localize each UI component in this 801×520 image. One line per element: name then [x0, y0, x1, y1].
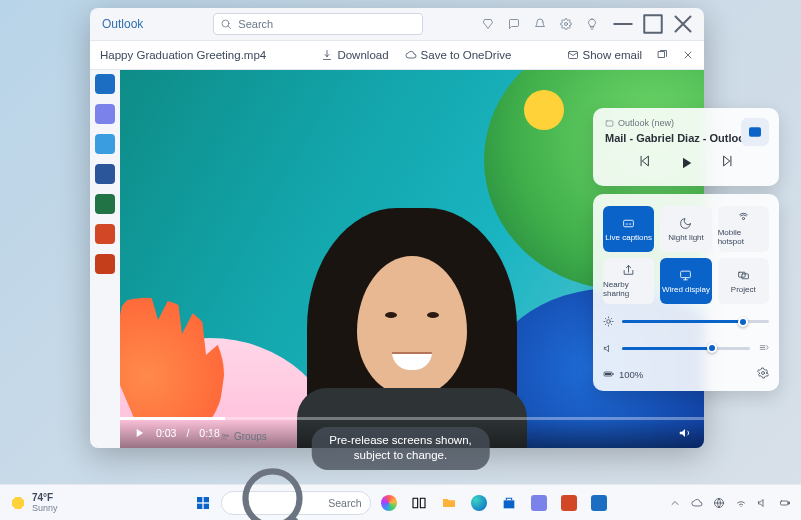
- taskbar-search[interactable]: Search: [221, 491, 371, 515]
- settings-button[interactable]: [757, 367, 769, 381]
- volume-tray-icon[interactable]: [757, 497, 769, 509]
- windows-icon: [195, 495, 211, 511]
- premium-icon[interactable]: [482, 18, 494, 30]
- captions-icon: [622, 217, 635, 230]
- taskbar-app1[interactable]: [527, 491, 551, 515]
- hotspot-icon: [737, 212, 750, 225]
- start-button[interactable]: [191, 491, 215, 515]
- svg-rect-28: [789, 502, 790, 504]
- outlook-titlebar: Outlook Search: [90, 8, 704, 40]
- video-current-time: 0:03: [156, 427, 176, 439]
- battery-percent: 100%: [619, 369, 643, 380]
- show-email-button[interactable]: Show email: [567, 49, 642, 61]
- video-subject: [307, 208, 517, 448]
- battery-tray-icon[interactable]: [779, 497, 791, 509]
- taskbar-copilot[interactable]: [377, 491, 401, 515]
- app-title: Outlook: [102, 17, 143, 31]
- taskbar-store[interactable]: [497, 491, 521, 515]
- maximize-button[interactable]: [638, 8, 668, 40]
- svg-rect-7: [606, 120, 613, 125]
- quick-settings-panel: Outlook (new) Mail - Gabriel Diaz - Outl…: [593, 108, 779, 391]
- volume-slider[interactable]: [603, 339, 769, 357]
- groups-section[interactable]: Groups: [206, 431, 267, 442]
- language-tray-icon[interactable]: [713, 497, 725, 509]
- taskbar-edge[interactable]: [467, 491, 491, 515]
- taskbar-taskview[interactable]: [407, 491, 431, 515]
- previous-track-button[interactable]: [637, 154, 651, 176]
- svg-point-6: [226, 434, 228, 436]
- taskbar-app2[interactable]: [557, 491, 581, 515]
- qa-night-light[interactable]: Night light: [660, 206, 711, 252]
- rail-powerpoint-icon[interactable]: [95, 224, 115, 244]
- audio-output-button[interactable]: [758, 339, 769, 357]
- battery-icon: [603, 368, 615, 380]
- search-icon: [220, 18, 232, 30]
- close-preview-icon[interactable]: [682, 49, 694, 61]
- rail-word-icon[interactable]: [95, 164, 115, 184]
- svg-point-14: [607, 320, 611, 324]
- save-onedrive-button[interactable]: Save to OneDrive: [405, 49, 512, 61]
- rail-people-icon[interactable]: [95, 134, 115, 154]
- svg-point-18: [762, 372, 765, 375]
- wifi-tray-icon[interactable]: [735, 497, 747, 509]
- qa-wired-display[interactable]: Wired display: [660, 258, 711, 304]
- attachment-preview-bar: Happy Graduation Greeting.mp4 Download S…: [90, 40, 704, 70]
- svg-rect-20: [203, 497, 208, 502]
- titlebar-actions: [482, 18, 598, 30]
- display-icon: [679, 269, 692, 282]
- qa-mobile-hotspot[interactable]: Mobile hotspot: [718, 206, 769, 252]
- attachment-filename: Happy Graduation Greeting.mp4: [100, 49, 266, 61]
- svg-rect-19: [197, 497, 202, 502]
- share-icon: [622, 264, 635, 277]
- bell-icon[interactable]: [534, 18, 546, 30]
- close-button[interactable]: [668, 8, 698, 40]
- chat-icon[interactable]: [508, 18, 520, 30]
- rail-more-icon[interactable]: [95, 254, 115, 274]
- svg-rect-9: [624, 220, 634, 227]
- project-icon: [737, 269, 750, 282]
- svg-rect-11: [681, 271, 691, 278]
- svg-rect-4: [659, 52, 665, 58]
- taskbar-outlook[interactable]: [587, 491, 611, 515]
- app-rail: [90, 70, 120, 274]
- svg-point-10: [742, 217, 744, 219]
- svg-point-23: [245, 472, 299, 520]
- outlook-app-icon: [747, 124, 763, 140]
- weather-widget[interactable]: 74°F Sunny: [10, 492, 58, 513]
- svg-rect-2: [644, 15, 662, 33]
- taskbar-explorer[interactable]: [437, 491, 461, 515]
- rail-mail-icon[interactable]: [95, 74, 115, 94]
- gear-icon[interactable]: [560, 18, 572, 30]
- sun-icon: [603, 316, 614, 327]
- system-tray: [669, 497, 791, 509]
- media-thumbnail: [741, 118, 769, 146]
- disclaimer-banner: Pre-release screens shown, subject to ch…: [311, 427, 490, 470]
- popout-icon[interactable]: [656, 49, 668, 61]
- play-icon[interactable]: [132, 426, 146, 440]
- rail-excel-icon[interactable]: [95, 194, 115, 214]
- mail-icon: [567, 49, 579, 61]
- svg-rect-3: [568, 52, 577, 59]
- play-pause-button[interactable]: [677, 154, 695, 176]
- outlook-search-input[interactable]: Search: [213, 13, 423, 35]
- download-button[interactable]: Download: [321, 49, 388, 61]
- bulb-icon[interactable]: [586, 18, 598, 30]
- onedrive-tray-icon[interactable]: [691, 497, 703, 509]
- qa-project[interactable]: Project: [718, 258, 769, 304]
- brightness-slider[interactable]: [603, 316, 769, 327]
- svg-rect-8: [749, 127, 761, 136]
- media-control-card: Outlook (new) Mail - Gabriel Diaz - Outl…: [593, 108, 779, 186]
- chevron-up-icon[interactable]: [669, 497, 681, 509]
- download-icon: [321, 49, 333, 61]
- volume-icon[interactable]: [678, 426, 692, 440]
- minimize-button[interactable]: [608, 8, 638, 40]
- taskbar: 74°F Sunny Search: [0, 484, 801, 520]
- video-progress-bar[interactable]: [120, 417, 704, 420]
- qa-nearby-sharing[interactable]: Nearby sharing: [603, 258, 654, 304]
- rail-calendar-icon[interactable]: [95, 104, 115, 124]
- qa-live-captions[interactable]: Live captions: [603, 206, 654, 252]
- window-controls: [608, 8, 698, 40]
- quick-actions-grid: Live captions Night light Mobile hotspot…: [603, 206, 769, 304]
- next-track-button[interactable]: [721, 154, 735, 176]
- search-placeholder: Search: [238, 18, 273, 30]
